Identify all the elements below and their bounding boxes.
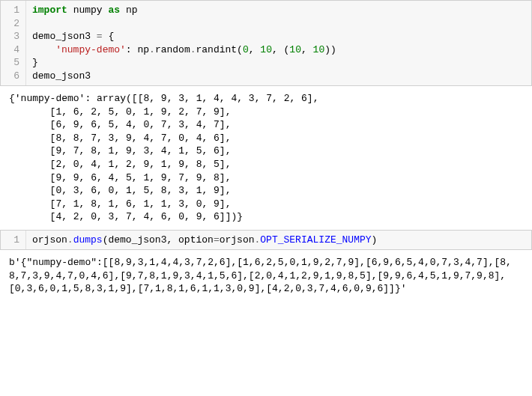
code-line: import numpy as np — [32, 4, 525, 17]
line-number: 4 — [1, 43, 25, 57]
cell-output: b'{"numpy-demo":[[8,9,3,1,4,4,3,7,2,6],[… — [0, 250, 532, 302]
line-number: 5 — [1, 56, 25, 70]
code-line: orjson.dumps(demo_json3, option=orjson.O… — [32, 234, 525, 247]
line-number: 1 — [1, 234, 25, 247]
line-number: 1 — [1, 4, 25, 17]
code-line — [32, 17, 525, 31]
line-number: 3 — [1, 30, 25, 43]
code-line: } — [32, 56, 525, 70]
cell-output: {'numpy-demo': array([[8, 9, 3, 1, 4, 4,… — [0, 86, 532, 229]
code-line: demo_json3 = { — [32, 30, 525, 43]
code-body[interactable]: orjson.dumps(demo_json3, option=orjson.O… — [26, 231, 531, 250]
line-number: 2 — [1, 17, 25, 31]
code-line: demo_json3 — [32, 70, 525, 83]
line-number: 6 — [1, 70, 25, 83]
code-cell: 1orjson.dumps(demo_json3, option=orjson.… — [0, 230, 532, 251]
line-number-gutter: 123456 — [1, 1, 26, 85]
code-line: 'numpy-demo': np.random.randint(0, 10, (… — [32, 43, 525, 57]
code-cell: 123456import numpy as np demo_json3 = { … — [0, 0, 532, 86]
line-number-gutter: 1 — [1, 231, 26, 250]
notebook: 123456import numpy as np demo_json3 = { … — [0, 0, 532, 302]
code-body[interactable]: import numpy as np demo_json3 = { 'numpy… — [26, 1, 531, 85]
